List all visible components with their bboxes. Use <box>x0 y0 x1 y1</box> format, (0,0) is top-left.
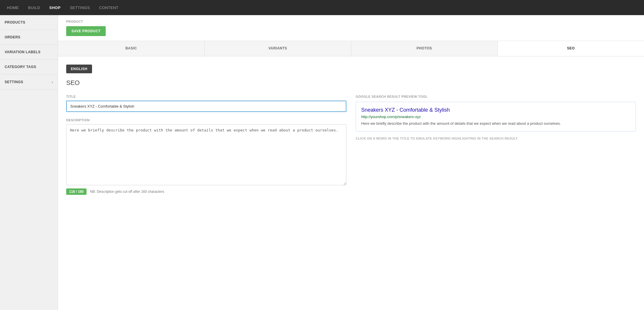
char-count-note: NB: Description gets cut off after 160 c… <box>90 190 164 194</box>
page-layout: PRODUCTS ORDERS VARIATION LABELS CATEGOR… <box>0 15 644 310</box>
nav-build[interactable]: BUILD <box>28 4 40 11</box>
nav-home[interactable]: HOME <box>7 4 19 11</box>
sidebar-label-variation-labels: VARIATION LABELS <box>5 50 41 54</box>
tab-basic[interactable]: BASIC <box>58 41 205 56</box>
tab-photos[interactable]: PHOTOS <box>351 41 498 56</box>
sidebar-item-category-tags[interactable]: CATEGORY TAGS <box>0 60 58 74</box>
preview-url: http://yourshop.com/p/sneakers-xyz <box>361 115 630 119</box>
tab-variants[interactable]: VARIANTS <box>205 41 351 56</box>
product-tabs: BASIC VARIANTS PHOTOS SEO <box>58 41 644 56</box>
nav-content[interactable]: CONTENT <box>99 4 118 11</box>
sidebar-item-products[interactable]: PRODUCTS <box>0 15 58 30</box>
char-count-bar: 118 / 160 NB: Description gets cut off a… <box>66 188 346 195</box>
google-preview-box: Sneakers XYZ - Comfortable & Stylish htt… <box>356 102 636 131</box>
seo-description-textarea[interactable]: Here we briefly describe the product wit… <box>66 124 346 185</box>
main-content: PRODUCT SAVE PRODUCT BASIC VARIANTS PHOT… <box>58 15 644 310</box>
preview-description: Here we briefly describe the product wit… <box>361 121 561 126</box>
language-button[interactable]: ENGLISH <box>66 65 92 73</box>
product-header: PRODUCT SAVE PRODUCT <box>58 15 644 41</box>
char-count-badge: 118 / 160 <box>66 188 87 195</box>
seo-section: ENGLISH SEO TITLE DESCRIPTION Here we br… <box>58 56 644 203</box>
preview-title[interactable]: Sneakers XYZ - Comfortable & Stylish <box>361 107 630 113</box>
nav-shop[interactable]: SHOP <box>49 4 61 11</box>
google-preview-section: GOOGLE SEARCH RESULT PREVIEW TOOL Sneake… <box>356 95 636 141</box>
sidebar-label-settings: SETTINGS <box>5 80 23 84</box>
seo-title-input[interactable] <box>66 101 346 112</box>
sidebar: PRODUCTS ORDERS VARIATION LABELS CATEGOR… <box>0 15 58 310</box>
sidebar-label-category-tags: CATEGORY TAGS <box>5 65 36 69</box>
sidebar-label-products: PRODUCTS <box>5 20 25 24</box>
description-label: DESCRIPTION <box>66 118 346 122</box>
tab-seo[interactable]: SEO <box>498 41 644 56</box>
title-label: TITLE <box>66 95 346 98</box>
seo-form-grid: TITLE DESCRIPTION Here we briefly descri… <box>66 95 636 195</box>
save-product-button[interactable]: SAVE PRODUCT <box>66 26 106 36</box>
nav-settings[interactable]: SETTINGS <box>70 4 90 11</box>
google-preview-label: GOOGLE SEARCH RESULT PREVIEW TOOL <box>356 95 636 98</box>
chevron-right-icon: › <box>52 80 53 84</box>
seo-form-left: TITLE DESCRIPTION Here we briefly descri… <box>66 95 346 195</box>
keyword-hint-text: CLICK ON A WORD IN THE TITLE TO EMULATE … <box>356 136 636 141</box>
sidebar-item-variation-labels[interactable]: VARIATION LABELS <box>0 45 58 60</box>
sidebar-item-orders[interactable]: ORDERS <box>0 30 58 45</box>
seo-heading: SEO <box>66 79 636 87</box>
product-section-label: PRODUCT <box>66 20 636 23</box>
top-navigation: HOME BUILD SHOP SETTINGS CONTENT <box>0 0 644 15</box>
sidebar-label-orders: ORDERS <box>5 35 20 39</box>
sidebar-item-settings[interactable]: SETTINGS › <box>0 74 58 90</box>
